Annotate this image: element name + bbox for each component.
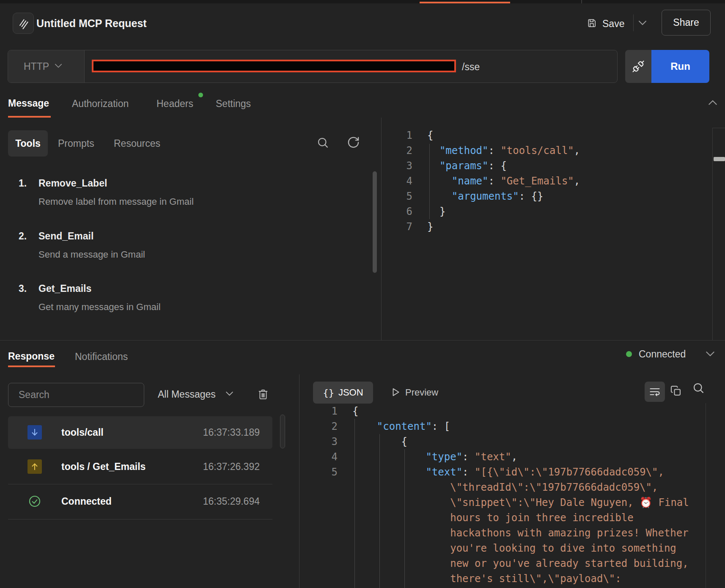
code-line: new or you've already started building,: [299, 556, 705, 571]
tools-list-scrollbar[interactable]: [373, 171, 377, 273]
request-title: Untitled MCP Request: [36, 17, 147, 29]
code-line: hours to join three incredible: [299, 510, 705, 525]
braces-icon: {}: [323, 387, 334, 398]
search-response-icon[interactable]: [692, 382, 705, 394]
disconnect-button[interactable]: [625, 50, 651, 83]
mcp-logo-icon: [18, 18, 29, 29]
line-number: 3: [387, 160, 412, 172]
code-line: 4 "type": "text",: [299, 449, 705, 464]
message-label: tools/call: [61, 426, 104, 438]
message-row[interactable]: Connected16:35:29.694: [8, 485, 272, 518]
indent-guide: [404, 449, 405, 588]
section-divider: [0, 340, 725, 341]
line-number: 3: [312, 436, 338, 448]
line-number: 5: [312, 466, 338, 478]
message-label: tools / Get_Emails: [61, 461, 146, 473]
message-timestamp: 16:37:33.189: [203, 427, 260, 438]
tool-description: Get many messages in Gmail: [38, 302, 161, 313]
unplug-icon: [632, 60, 645, 73]
view-mode-json-button[interactable]: {} JSON: [313, 382, 373, 404]
code-line: 2 "method": "tools/call",: [381, 143, 711, 158]
line-number: 5: [387, 190, 412, 202]
preview-play-icon[interactable]: [390, 387, 401, 398]
message-row[interactable]: tools/call16:37:33.189: [8, 416, 272, 449]
line-number: 4: [312, 451, 338, 463]
tool-name: Remove_Label: [38, 177, 194, 189]
message-label: Connected: [61, 495, 112, 507]
connection-chevron-icon[interactable]: [706, 351, 715, 357]
clear-messages-trash-icon[interactable]: [257, 388, 269, 401]
request-editor-scroll-thumb[interactable]: [714, 157, 725, 161]
save-icon: [586, 17, 597, 28]
copy-response-icon[interactable]: [670, 385, 682, 397]
mcp-logo-button[interactable]: [13, 13, 34, 34]
message-timestamp: 16:37:26.392: [203, 461, 260, 473]
tab-response-underline: [8, 365, 55, 367]
view-mode-preview-button[interactable]: Preview: [405, 387, 438, 398]
message-list-scrollbar[interactable]: [280, 415, 285, 448]
tool-description: Remove label from message in Gmail: [38, 196, 194, 207]
collapse-panel-chevron-icon[interactable]: [708, 100, 717, 105]
code-line: 3 "params": {: [381, 158, 711, 173]
indent-guide: [379, 434, 380, 588]
message-row[interactable]: tools / Get_Emails16:37:26.392: [8, 451, 272, 483]
tab-notifications[interactable]: Notifications: [75, 351, 128, 363]
save-button[interactable]: Save: [602, 18, 624, 29]
code-line: 6 }: [381, 204, 711, 219]
search-tools-icon[interactable]: [316, 136, 329, 149]
tab-tools[interactable]: Tools: [8, 130, 48, 157]
request-json-editor[interactable]: 1{2 "method": "tools/call",3 "params": {…: [381, 128, 711, 234]
tab-headers[interactable]: Headers: [157, 98, 193, 110]
tab-response[interactable]: Response: [8, 351, 55, 362]
row-separator: [8, 519, 272, 519]
tab-message[interactable]: Message: [8, 98, 49, 109]
tab-strip-divider: [581, 0, 582, 3]
code-line: 1{: [381, 128, 711, 143]
save-split-divider: [633, 14, 634, 31]
run-button[interactable]: Run: [651, 50, 709, 83]
headers-status-dot: [198, 93, 203, 97]
response-viewer-scroll-track: [706, 403, 706, 588]
tool-item[interactable]: 1.Remove_LabelRemove label from message …: [19, 177, 365, 207]
save-dropdown-chevron-icon[interactable]: [638, 20, 647, 25]
indent-guide: [429, 144, 430, 219]
tool-name: Get_Emails: [38, 283, 161, 294]
line-number: 1: [387, 129, 412, 141]
line-number: 2: [312, 420, 338, 432]
line-number: 2: [387, 145, 412, 157]
tool-index: 1.: [19, 177, 38, 207]
tab-resources[interactable]: Resources: [114, 138, 160, 149]
search-input[interactable]: [8, 383, 144, 407]
refresh-tools-icon[interactable]: [347, 136, 360, 149]
tab-settings[interactable]: Settings: [216, 98, 251, 110]
protocol-chevron-icon: [55, 63, 62, 68]
url-suffix: /sse: [462, 61, 480, 72]
tab-tools-label: Tools: [15, 138, 41, 149]
tool-item[interactable]: 2.Send_EmailSend a message in Gmail: [19, 230, 365, 260]
code-line: \"snippet\":\"Hey Dale Nguyen, ⏰ Final: [299, 495, 705, 510]
row-separator: [8, 484, 272, 484]
code-line: 4 "name": "Get_Emails",: [381, 173, 711, 189]
connected-check-icon: [27, 494, 42, 508]
protocol-select[interactable]: HTTP: [8, 50, 85, 82]
response-json-viewer[interactable]: 1{2 "content": [3 {4 "type": "text",5 "t…: [299, 404, 705, 586]
wrap-text-toggle[interactable]: [645, 382, 665, 402]
request-editor-scroll-cap: [712, 128, 725, 128]
message-timestamp: 16:35:29.694: [203, 496, 260, 507]
share-button[interactable]: Share: [662, 10, 711, 36]
message-filter-dropdown[interactable]: All Messages: [158, 389, 216, 400]
line-number: 1: [312, 405, 338, 417]
tool-item[interactable]: 3.Get_EmailsGet many messages in Gmail: [19, 283, 365, 313]
tab-message-underline: [8, 116, 51, 118]
code-line: \"threadId\":\"197b77666dadc059\",: [299, 480, 705, 495]
filter-chevron-icon[interactable]: [225, 391, 233, 396]
incoming-message-icon: [27, 425, 42, 440]
line-number: 4: [387, 175, 412, 187]
code-line: 1{: [299, 404, 705, 419]
connection-status-dot: [626, 351, 632, 357]
request-editor-scroll-track: [712, 128, 713, 340]
tab-prompts[interactable]: Prompts: [58, 138, 94, 149]
mcp-request-window: Untitled MCP Request Save Share HTTP /ss…: [0, 0, 725, 588]
window-tab-strip: [0, 0, 725, 3]
tab-authorization[interactable]: Authorization: [72, 98, 129, 110]
